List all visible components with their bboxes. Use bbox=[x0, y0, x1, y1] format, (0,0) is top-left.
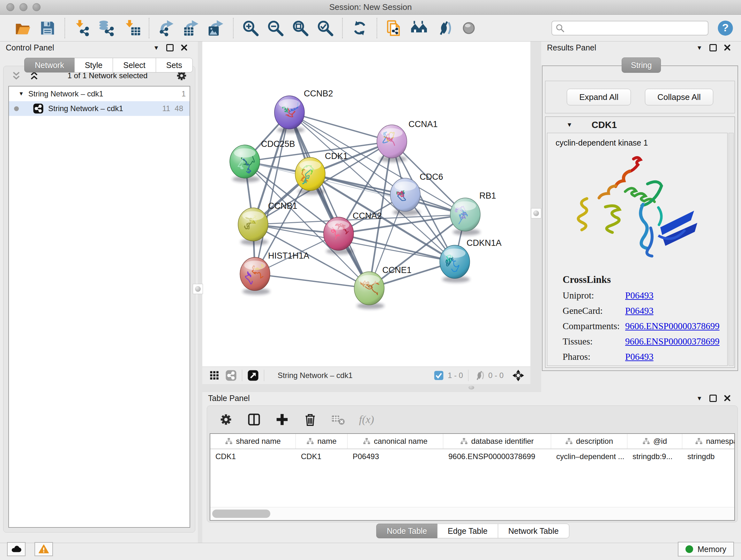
zoom-in-button[interactable] bbox=[242, 19, 259, 37]
table-panel: Table Panel ▼ f(x) shared namenamecanoni… bbox=[202, 392, 741, 543]
network-graph[interactable]: CCNB2CCNA1CDC25BCDK1CDC6RB1CCNB1CCNA2CDK… bbox=[202, 42, 530, 367]
tab-select[interactable]: Select bbox=[113, 58, 156, 72]
network-row[interactable]: String Network – cdk1 11 48 bbox=[9, 101, 190, 116]
export-table-button[interactable] bbox=[183, 19, 200, 37]
table-cell: stringdb bbox=[682, 452, 735, 461]
search-input[interactable] bbox=[567, 22, 704, 35]
tab-node-table[interactable]: Node Table bbox=[376, 523, 437, 538]
column-header-@id[interactable]: @id bbox=[627, 434, 682, 449]
network-view[interactable]: CCNB2CCNA1CDC25BCDK1CDC6RB1CCNB1CCNA2CDK… bbox=[202, 42, 530, 384]
results-scrollbar[interactable] bbox=[729, 133, 734, 366]
crosslink-label: Compartments: bbox=[562, 321, 625, 331]
add-column-icon[interactable] bbox=[275, 412, 289, 427]
open-folder-button[interactable] bbox=[14, 19, 31, 37]
maximize-window-button[interactable] bbox=[32, 3, 41, 11]
search-box[interactable] bbox=[551, 21, 709, 36]
tab-network-table[interactable]: Network Table bbox=[498, 523, 569, 538]
memory-button[interactable]: Memory bbox=[678, 542, 734, 557]
column-header-name[interactable]: name bbox=[296, 434, 347, 449]
table-row[interactable]: CDK1CDK1P064939606.ENSP00000378699cyclin… bbox=[210, 449, 734, 464]
svg-text:CCNB1: CCNB1 bbox=[268, 201, 297, 211]
tab-network[interactable]: Network bbox=[24, 58, 75, 72]
collapse-all-networks-icon[interactable] bbox=[10, 70, 22, 81]
close-panel-icon[interactable] bbox=[724, 44, 731, 51]
panel-menu-icon[interactable]: ▼ bbox=[696, 395, 702, 401]
birds-eye-view-icon[interactable] bbox=[247, 370, 259, 381]
tab-string[interactable]: String bbox=[622, 57, 661, 73]
zoom-out-button[interactable] bbox=[267, 19, 284, 37]
crosslink-link[interactable]: P06493 bbox=[625, 352, 654, 362]
control-panel: Control Panel ▼ NetworkStyleSelectSets 1… bbox=[0, 42, 198, 543]
grid-view-icon[interactable] bbox=[209, 370, 220, 381]
panel-menu-icon[interactable]: ▼ bbox=[153, 45, 159, 51]
table-hscrollbar-thumb[interactable] bbox=[212, 509, 270, 518]
copy-network-button[interactable] bbox=[386, 19, 403, 37]
save-button[interactable] bbox=[39, 19, 56, 37]
export-image-button[interactable] bbox=[207, 19, 225, 37]
bottom-splitter-handle[interactable] bbox=[468, 386, 474, 389]
section-expander-icon[interactable]: ▼ bbox=[566, 121, 572, 128]
column-header-database-identifier[interactable]: database identifier bbox=[443, 434, 551, 449]
current-network-title: String Network – cdk1 bbox=[278, 371, 420, 380]
close-panel-icon[interactable] bbox=[181, 44, 188, 51]
network-icon bbox=[33, 103, 44, 114]
column-header-canonical-name[interactable]: canonical name bbox=[347, 434, 443, 449]
zoom-fit-button[interactable] bbox=[292, 19, 309, 37]
crosslink-link[interactable]: P06493 bbox=[625, 290, 654, 301]
warnings-button[interactable] bbox=[35, 542, 53, 556]
import-database-button[interactable] bbox=[98, 19, 116, 37]
import-table-button[interactable] bbox=[123, 19, 140, 37]
tab-edge-table[interactable]: Edge Table bbox=[437, 523, 498, 538]
node-table-container: f(x) shared namenamecanonical namedataba… bbox=[207, 406, 738, 522]
close-panel-icon[interactable] bbox=[724, 395, 731, 401]
crosslink-row: Tissues:9606.ENSP00000378699 bbox=[562, 336, 727, 347]
fit-content-icon[interactable] bbox=[513, 370, 524, 381]
tab-style[interactable]: Style bbox=[74, 58, 113, 72]
delete-column-icon[interactable] bbox=[303, 412, 318, 427]
tree-expander-icon[interactable]: ▼ bbox=[18, 91, 24, 97]
svg-text:HIST1H1A: HIST1H1A bbox=[268, 251, 309, 260]
crosslink-link[interactable]: 9606.ENSP00000378699 bbox=[625, 321, 720, 331]
crosslink-link[interactable]: 9606.ENSP00000378699 bbox=[625, 336, 720, 347]
network-view-icon[interactable] bbox=[225, 370, 237, 381]
hidden-items-icon[interactable] bbox=[474, 370, 485, 381]
import-network-button[interactable] bbox=[73, 19, 91, 37]
network-collection-row[interactable]: ▼ String Network – cdk1 1 bbox=[9, 86, 190, 101]
export-network-button[interactable] bbox=[158, 19, 175, 37]
zoom-selected-button[interactable] bbox=[317, 19, 334, 37]
column-header-shared-name[interactable]: shared name bbox=[210, 434, 296, 449]
help-button[interactable]: ? bbox=[717, 19, 734, 37]
left-splitter-handle[interactable] bbox=[193, 284, 203, 294]
collapse-all-button[interactable]: Collapse All bbox=[645, 89, 713, 105]
panel-menu-icon[interactable]: ▼ bbox=[696, 45, 702, 51]
houses-button[interactable] bbox=[410, 19, 428, 37]
float-panel-icon[interactable] bbox=[710, 44, 717, 51]
hide-panel-button[interactable] bbox=[435, 19, 453, 37]
selected-items-checkbox-icon[interactable] bbox=[433, 370, 445, 381]
crosslink-link[interactable]: P06493 bbox=[625, 306, 654, 316]
show-columns-icon[interactable] bbox=[247, 412, 261, 427]
window-titlebar: Session: New Session bbox=[0, 0, 741, 15]
right-splitter-handle[interactable] bbox=[531, 208, 541, 219]
hidden-counts: 0 - 0 bbox=[488, 371, 503, 380]
protein-section-header[interactable]: ▼ CDK1 bbox=[545, 117, 735, 133]
control-panel-title: Control Panel bbox=[6, 43, 54, 52]
cloud-status-button[interactable] bbox=[7, 542, 25, 556]
node-table[interactable]: shared namenamecanonical namedatabase id… bbox=[210, 433, 735, 521]
expand-all-button[interactable]: Expand All bbox=[567, 89, 631, 105]
node-count: 11 bbox=[162, 104, 170, 113]
float-panel-icon[interactable] bbox=[710, 395, 717, 402]
crosslink-label: Uniprot: bbox=[562, 290, 625, 301]
tab-sets[interactable]: Sets bbox=[156, 58, 193, 72]
column-header-description[interactable]: description bbox=[551, 434, 627, 449]
graph-node-CCNA1 bbox=[377, 125, 407, 162]
refresh-button[interactable] bbox=[351, 19, 368, 37]
close-window-button[interactable] bbox=[6, 3, 14, 11]
column-header-namespace[interactable]: namespace bbox=[682, 434, 735, 449]
table-options-gear-icon[interactable] bbox=[219, 412, 233, 427]
eye-button[interactable] bbox=[460, 19, 477, 37]
table-hscrollbar[interactable] bbox=[210, 507, 734, 520]
float-panel-icon[interactable] bbox=[166, 44, 174, 51]
minimize-window-button[interactable] bbox=[19, 3, 27, 11]
network-tab-body: 1 of 1 Network selected ▼ String Network… bbox=[3, 66, 195, 533]
